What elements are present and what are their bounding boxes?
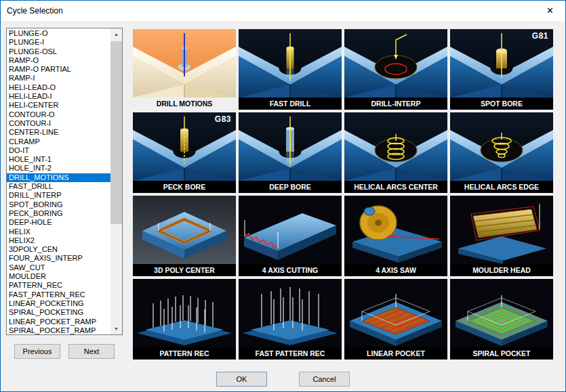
list-item-drill-motions[interactable]: DRILL_MOTIONS	[7, 173, 110, 182]
tile-drill-motions[interactable]: DRILL MOTIONS	[133, 29, 236, 110]
previous-button[interactable]: Previous	[14, 344, 60, 359]
list-item-contour-i[interactable]: CONTOUR-I	[7, 119, 110, 128]
gcode-badge: G81	[532, 31, 548, 41]
tile-caption: PATTERN REC	[133, 347, 236, 360]
tile-moulder-head[interactable]: MOULDER HEAD	[450, 196, 553, 276]
next-button[interactable]: Next	[68, 344, 115, 359]
list-item-spiral-pocketing[interactable]: SPIRAL_POCKETING	[7, 308, 110, 317]
window-title: Cycle Selection	[7, 1, 63, 21]
list-item-drill-interp[interactable]: DRILL_INTERP	[7, 191, 110, 200]
list-item-pattern-rec[interactable]: PATTERN_REC	[7, 281, 110, 290]
list-item-center-line[interactable]: CENTER-LINE	[7, 128, 110, 137]
tile-caption: PECK BORE	[133, 181, 236, 193]
fast-drill-thumbnail	[239, 29, 342, 97]
list-item-plunge-osl[interactable]: PLUNGE-OSL	[7, 47, 110, 56]
tile-caption: HELICAL ARCS EDGE	[450, 181, 553, 193]
list-item-fast-drill[interactable]: FAST_DRILL	[7, 182, 110, 191]
tile-caption: DRILL-INTERP	[344, 97, 447, 110]
tile-fast-drill[interactable]: FAST DRILL	[239, 29, 342, 110]
cancel-button[interactable]: Cancel	[299, 372, 350, 387]
list-item-spiral-pocket-ramp[interactable]: SPIRAL_POCKET_RAMP	[7, 326, 110, 334]
tile-fast-pattern-rec[interactable]: FAST PATTERN REC	[239, 279, 342, 360]
list-item-plunge-o[interactable]: PLUNGE-O	[7, 29, 110, 38]
list-item-linear-pocket-ramp[interactable]: LINEAR_POCKET_RAMP	[7, 318, 110, 326]
list-item-helix[interactable]: HELIX	[7, 227, 110, 236]
list-item-linear-pocketing[interactable]: LINEAR_POCKETING	[7, 299, 110, 308]
tile-caption: 4 AXIS CUTTING	[239, 264, 342, 276]
cycle-tile-grid: DRILL MOTIONS	[133, 29, 553, 360]
moulder-head-thumbnail	[450, 196, 553, 264]
tile-caption: SPOT BORE	[450, 97, 553, 110]
fast-pattern-rec-thumbnail	[239, 279, 342, 347]
tile-3d-poly-center[interactable]: 3D POLY CENTER	[133, 196, 236, 276]
tile-peck-bore[interactable]: G83 PECK BORE	[133, 112, 236, 193]
gcode-badge: G83	[215, 114, 231, 124]
deep-bore-thumbnail	[239, 112, 342, 181]
list-item-ramp-i[interactable]: RAMP-I	[7, 74, 110, 83]
tile-caption: MOULDER HEAD	[450, 264, 553, 276]
list-item-ramp-o[interactable]: RAMP-O	[7, 56, 110, 65]
tile-4-axis-saw[interactable]: 4 AXIS SAW	[344, 196, 447, 276]
list-item-heli-lead-o[interactable]: HELI-LEAD-O	[7, 83, 110, 92]
tile-helical-arcs-center[interactable]: HELICAL ARCS CENTER	[344, 112, 447, 193]
list-item-saw-cut[interactable]: SAW_CUT	[7, 263, 110, 272]
list-item-plunge-i[interactable]: PLUNGE-I	[7, 38, 110, 47]
tile-caption: DEEP BORE	[239, 181, 342, 193]
list-item-hole-int-1[interactable]: HOLE_INT-1	[7, 155, 110, 164]
tile-caption: 3D POLY CENTER	[133, 264, 236, 276]
tile-pattern-rec[interactable]: PATTERN REC	[133, 279, 236, 360]
list-item-peck-boring[interactable]: PECK_BORING	[7, 209, 110, 218]
4-axis-saw-thumbnail	[344, 196, 447, 264]
list-item-helix2[interactable]: HELIX2	[7, 236, 110, 245]
tile-caption: FAST DRILL	[239, 97, 342, 110]
tile-deep-bore[interactable]: DEEP BORE	[239, 112, 342, 193]
linear-pocket-thumbnail	[344, 279, 447, 347]
ok-button[interactable]: OK	[216, 372, 267, 387]
title-bar: Cycle Selection ✕	[1, 1, 565, 21]
tile-linear-pocket[interactable]: LINEAR POCKET	[344, 279, 447, 360]
scrollbar-thumb[interactable]	[110, 41, 122, 224]
tile-caption: DRILL MOTIONS	[133, 97, 236, 110]
tile-caption: SPIRAL POCKET	[450, 347, 553, 360]
cycle-selection-dialog: Cycle Selection ✕ PLUNGE-OPLUNGE-IPLUNGE…	[0, 0, 566, 392]
drill-motions-thumbnail	[133, 29, 236, 97]
scrollbar-down-icon[interactable]: ▼	[110, 323, 122, 334]
tile-caption: 4 AXIS SAW	[344, 264, 447, 276]
spot-bore-thumbnail: G81	[450, 29, 553, 97]
tile-caption: FAST PATTERN REC	[239, 347, 342, 360]
spiral-pocket-thumbnail	[450, 279, 553, 347]
dialog-body: PLUNGE-OPLUNGE-IPLUNGE-OSLRAMP-ORAMP-O P…	[1, 21, 565, 391]
tile-helical-arcs-edge[interactable]: HELICAL ARCS EDGE	[450, 112, 553, 193]
close-icon[interactable]: ✕	[535, 1, 565, 21]
drill-interp-thumbnail	[344, 29, 447, 97]
tile-drill-interp[interactable]: DRILL-INTERP	[344, 29, 447, 110]
tile-spot-bore[interactable]: G81 SPOT BORE	[450, 29, 553, 110]
helical-arcs-edge-thumbnail	[450, 112, 553, 181]
list-item-do-it[interactable]: DO-IT	[7, 146, 110, 155]
pattern-rec-thumbnail	[133, 279, 236, 347]
list-item-hole-int-2[interactable]: HOLE_INT-2	[7, 164, 110, 173]
tile-caption: HELICAL ARCS CENTER	[344, 181, 447, 193]
list-scrollbar[interactable]: ▲ ▼	[110, 28, 122, 334]
list-item-ramp-o-partial[interactable]: RAMP-O PARTIAL	[7, 65, 110, 74]
tile-caption: LINEAR POCKET	[344, 347, 447, 360]
list-item-deep-hole[interactable]: DEEP-HOLE	[7, 218, 110, 227]
list-item-3dpoly-cen[interactable]: 3DPOLY_CEN	[7, 245, 110, 254]
peck-bore-thumbnail: G83	[133, 112, 236, 181]
list-item-heli-lead-i[interactable]: HELI-LEAD-I	[7, 92, 110, 101]
list-item-fast-pattern-rec[interactable]: FAST_PATTERN_REC	[7, 290, 110, 299]
list-item-contour-o[interactable]: CONTOUR-O	[7, 110, 110, 119]
list-item-spot-boring[interactable]: SPOT_BORING	[7, 200, 110, 209]
list-item-clramp[interactable]: CLRAMP	[7, 137, 110, 146]
cycle-list-items: PLUNGE-OPLUNGE-IPLUNGE-OSLRAMP-ORAMP-O P…	[7, 29, 110, 334]
helical-arcs-center-thumbnail	[344, 112, 447, 181]
3d-poly-center-thumbnail	[133, 196, 236, 264]
list-item-four-axis-interp[interactable]: FOUR_AXIS_INTERP	[7, 254, 110, 263]
tile-4-axis-cutting[interactable]: 4 AXIS CUTTING	[239, 196, 342, 276]
list-item-moulder[interactable]: MOULDER	[7, 272, 110, 281]
list-item-heli-center[interactable]: HELI-CENTER	[7, 101, 110, 110]
scrollbar-up-icon[interactable]: ▲	[110, 28, 122, 40]
cycle-listbox[interactable]: PLUNGE-OPLUNGE-IPLUNGE-OSLRAMP-ORAMP-O P…	[6, 28, 123, 335]
tile-spiral-pocket[interactable]: SPIRAL POCKET	[450, 279, 553, 360]
4-axis-cutting-thumbnail	[239, 196, 342, 264]
